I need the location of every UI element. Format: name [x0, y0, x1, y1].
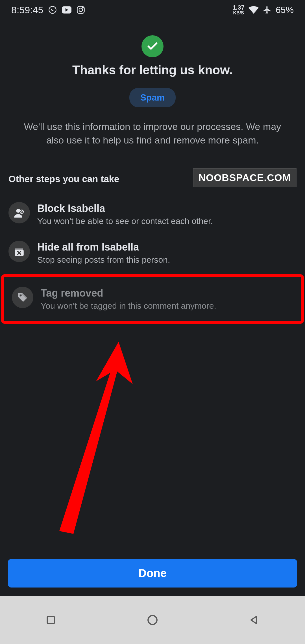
- hide-all-sub: Stop seeing posts from this person.: [37, 254, 297, 265]
- nav-back-button[interactable]: [247, 613, 261, 627]
- youtube-icon: [62, 6, 71, 14]
- arrow-annotation: [56, 339, 141, 537]
- other-steps-section: Other steps you can take NOOBSPACE.COM B…: [0, 163, 305, 324]
- info-text: We'll use this information to improve ou…: [8, 120, 297, 147]
- wifi-icon: [249, 6, 259, 14]
- hide-all-text: Hide all from Isabella Stop seeing posts…: [37, 241, 297, 265]
- svg-point-3: [79, 8, 83, 12]
- check-icon: [141, 35, 164, 57]
- thanks-title: Thanks for letting us know.: [8, 63, 297, 77]
- nav-home-button[interactable]: [145, 613, 160, 627]
- block-user-text: Block Isabella You won't be able to see …: [37, 202, 297, 227]
- hide-all-icon: [8, 241, 30, 262]
- svg-point-5: [16, 209, 20, 213]
- highlight-annotation: Tag removed You won't be tagged in this …: [1, 274, 304, 324]
- tag-removed-text: Tag removed You won't be tagged in this …: [41, 287, 293, 311]
- status-left: 8:59:45: [11, 5, 85, 16]
- block-user-option[interactable]: Block Isabella You won't be able to see …: [8, 197, 297, 232]
- nav-recents-button[interactable]: [44, 613, 58, 627]
- status-time: 8:59:45: [11, 5, 43, 16]
- tag-removed-sub: You won't be tagged in this comment anym…: [41, 300, 293, 311]
- svg-point-4: [82, 7, 83, 8]
- svg-rect-10: [47, 616, 54, 623]
- android-nav-bar: [0, 596, 305, 644]
- confirmation-header: Thanks for letting us know. Spam We'll u…: [0, 20, 305, 163]
- block-user-sub: You won't be able to see or contact each…: [37, 216, 297, 227]
- hide-all-title: Hide all from Isabella: [37, 241, 297, 253]
- whatsapp-icon: [48, 6, 57, 14]
- svg-point-0: [49, 6, 56, 14]
- block-user-icon: [8, 202, 30, 223]
- watermark-badge: NOOBSPACE.COM: [193, 168, 297, 187]
- svg-point-9: [20, 294, 22, 296]
- tag-removed-title: Tag removed: [41, 287, 293, 299]
- tag-removed-option: Tag removed You won't be tagged in this …: [12, 282, 293, 316]
- battery-percentage: 65%: [276, 5, 294, 15]
- hide-all-option[interactable]: Hide all from Isabella Stop seeing posts…: [8, 236, 297, 270]
- data-speed: 1.37 KB/S: [232, 5, 245, 15]
- svg-point-11: [148, 615, 157, 625]
- block-user-title: Block Isabella: [37, 203, 297, 214]
- airplane-icon: [263, 5, 272, 14]
- status-bar: 8:59:45 1.37 KB/S 65%: [0, 0, 305, 20]
- instagram-icon: [77, 6, 85, 14]
- tag-icon: [12, 287, 33, 308]
- report-category-chip: Spam: [129, 88, 175, 107]
- status-right: 1.37 KB/S 65%: [232, 5, 294, 15]
- done-container: Done: [0, 553, 305, 596]
- done-button[interactable]: Done: [8, 559, 297, 588]
